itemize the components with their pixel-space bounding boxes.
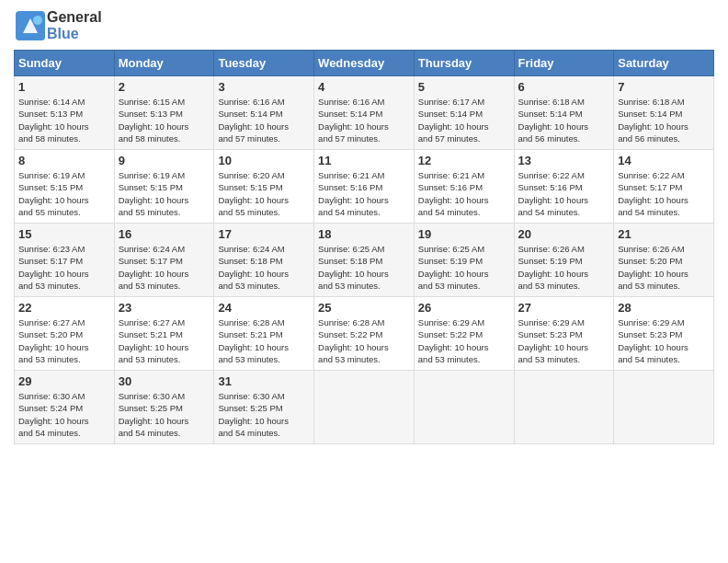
day-number: 14 bbox=[618, 154, 710, 167]
day-cell: 3Sunrise: 6:16 AM Sunset: 5:14 PM Daylig… bbox=[214, 76, 314, 150]
day-info: Sunrise: 6:22 AM Sunset: 5:16 PM Dayligh… bbox=[518, 169, 610, 218]
day-info: Sunrise: 6:17 AM Sunset: 5:14 PM Dayligh… bbox=[418, 96, 510, 144]
day-cell: 28Sunrise: 6:29 AM Sunset: 5:23 PM Dayli… bbox=[614, 297, 714, 371]
day-cell: 29Sunrise: 6:30 AM Sunset: 5:24 PM Dayli… bbox=[15, 371, 115, 444]
day-number: 4 bbox=[318, 80, 410, 94]
day-info: Sunrise: 6:18 AM Sunset: 5:14 PM Dayligh… bbox=[618, 96, 710, 144]
day-info: Sunrise: 6:29 AM Sunset: 5:22 PM Dayligh… bbox=[418, 316, 510, 365]
day-cell bbox=[614, 371, 714, 444]
day-info: Sunrise: 6:19 AM Sunset: 5:15 PM Dayligh… bbox=[18, 169, 110, 218]
day-info: Sunrise: 6:25 AM Sunset: 5:19 PM Dayligh… bbox=[418, 243, 510, 292]
day-info: Sunrise: 6:26 AM Sunset: 5:19 PM Dayligh… bbox=[518, 243, 610, 292]
day-info: Sunrise: 6:24 AM Sunset: 5:17 PM Dayligh… bbox=[119, 243, 210, 292]
day-number: 18 bbox=[318, 227, 410, 241]
header: General Blue bbox=[14, 9, 714, 42]
day-cell: 7Sunrise: 6:18 AM Sunset: 5:14 PM Daylig… bbox=[614, 76, 714, 150]
day-number: 19 bbox=[418, 227, 510, 241]
day-cell: 6Sunrise: 6:18 AM Sunset: 5:14 PM Daylig… bbox=[514, 76, 614, 150]
day-info: Sunrise: 6:24 AM Sunset: 5:18 PM Dayligh… bbox=[218, 243, 310, 292]
day-info: Sunrise: 6:30 AM Sunset: 5:25 PM Dayligh… bbox=[218, 390, 310, 439]
day-cell: 19Sunrise: 6:25 AM Sunset: 5:19 PM Dayli… bbox=[414, 224, 514, 297]
day-info: Sunrise: 6:27 AM Sunset: 5:20 PM Dayligh… bbox=[18, 316, 110, 365]
header-cell-sunday: Sunday bbox=[15, 51, 115, 76]
day-info: Sunrise: 6:25 AM Sunset: 5:18 PM Dayligh… bbox=[318, 243, 410, 292]
day-cell: 26Sunrise: 6:29 AM Sunset: 5:22 PM Dayli… bbox=[414, 297, 514, 371]
day-cell: 25Sunrise: 6:28 AM Sunset: 5:22 PM Dayli… bbox=[314, 297, 415, 371]
day-cell: 22Sunrise: 6:27 AM Sunset: 5:20 PM Dayli… bbox=[15, 297, 115, 371]
day-info: Sunrise: 6:27 AM Sunset: 5:21 PM Dayligh… bbox=[119, 316, 210, 365]
header-cell-thursday: Thursday bbox=[414, 51, 514, 76]
day-cell: 24Sunrise: 6:28 AM Sunset: 5:21 PM Dayli… bbox=[214, 297, 314, 371]
day-number: 29 bbox=[18, 374, 110, 388]
day-number: 12 bbox=[418, 154, 510, 167]
header-cell-friday: Friday bbox=[514, 51, 614, 76]
day-cell bbox=[414, 371, 514, 444]
page-container: General Blue SundayMondayTuesdayWednesda… bbox=[0, 0, 728, 454]
week-row-5: 29Sunrise: 6:30 AM Sunset: 5:24 PM Dayli… bbox=[15, 371, 714, 444]
week-row-3: 15Sunrise: 6:23 AM Sunset: 5:17 PM Dayli… bbox=[15, 224, 714, 297]
day-number: 24 bbox=[218, 301, 310, 315]
day-number: 10 bbox=[218, 154, 310, 167]
day-number: 13 bbox=[518, 154, 610, 167]
header-cell-saturday: Saturday bbox=[614, 51, 714, 76]
day-cell: 4Sunrise: 6:16 AM Sunset: 5:14 PM Daylig… bbox=[314, 76, 415, 150]
day-cell: 27Sunrise: 6:29 AM Sunset: 5:23 PM Dayli… bbox=[514, 297, 614, 371]
day-info: Sunrise: 6:20 AM Sunset: 5:15 PM Dayligh… bbox=[218, 169, 310, 218]
day-number: 30 bbox=[119, 374, 210, 388]
logo-text: General Blue bbox=[47, 9, 102, 42]
week-row-4: 22Sunrise: 6:27 AM Sunset: 5:20 PM Dayli… bbox=[15, 297, 714, 371]
day-cell: 21Sunrise: 6:26 AM Sunset: 5:20 PM Dayli… bbox=[614, 224, 714, 297]
day-number: 3 bbox=[218, 80, 310, 94]
day-number: 2 bbox=[119, 80, 210, 94]
day-number: 17 bbox=[218, 227, 310, 241]
day-info: Sunrise: 6:22 AM Sunset: 5:17 PM Dayligh… bbox=[618, 169, 710, 218]
logo-icon bbox=[14, 9, 47, 42]
header-row: SundayMondayTuesdayWednesdayThursdayFrid… bbox=[15, 51, 714, 76]
day-cell: 16Sunrise: 6:24 AM Sunset: 5:17 PM Dayli… bbox=[114, 224, 214, 297]
day-number: 15 bbox=[18, 227, 110, 241]
day-cell: 18Sunrise: 6:25 AM Sunset: 5:18 PM Dayli… bbox=[314, 224, 415, 297]
day-cell: 20Sunrise: 6:26 AM Sunset: 5:19 PM Dayli… bbox=[514, 224, 614, 297]
calendar-table: SundayMondayTuesdayWednesdayThursdayFrid… bbox=[14, 50, 714, 444]
header-cell-wednesday: Wednesday bbox=[314, 51, 415, 76]
day-cell: 15Sunrise: 6:23 AM Sunset: 5:17 PM Dayli… bbox=[15, 224, 115, 297]
day-info: Sunrise: 6:14 AM Sunset: 5:13 PM Dayligh… bbox=[18, 96, 110, 144]
week-row-1: 1Sunrise: 6:14 AM Sunset: 5:13 PM Daylig… bbox=[15, 76, 714, 150]
day-number: 20 bbox=[518, 227, 610, 241]
day-number: 23 bbox=[119, 301, 210, 315]
day-info: Sunrise: 6:28 AM Sunset: 5:21 PM Dayligh… bbox=[218, 316, 310, 365]
day-cell: 12Sunrise: 6:21 AM Sunset: 5:16 PM Dayli… bbox=[414, 150, 514, 224]
day-number: 21 bbox=[618, 227, 710, 241]
day-number: 7 bbox=[618, 80, 710, 94]
header-cell-tuesday: Tuesday bbox=[214, 51, 314, 76]
day-cell: 17Sunrise: 6:24 AM Sunset: 5:18 PM Dayli… bbox=[214, 224, 314, 297]
day-cell: 8Sunrise: 6:19 AM Sunset: 5:15 PM Daylig… bbox=[15, 150, 115, 224]
day-cell: 11Sunrise: 6:21 AM Sunset: 5:16 PM Dayli… bbox=[314, 150, 415, 224]
day-cell: 5Sunrise: 6:17 AM Sunset: 5:14 PM Daylig… bbox=[414, 76, 514, 150]
day-cell: 2Sunrise: 6:15 AM Sunset: 5:13 PM Daylig… bbox=[114, 76, 214, 150]
day-info: Sunrise: 6:16 AM Sunset: 5:14 PM Dayligh… bbox=[218, 96, 310, 144]
day-number: 26 bbox=[418, 301, 510, 315]
day-number: 22 bbox=[18, 301, 110, 315]
day-cell bbox=[514, 371, 614, 444]
day-number: 1 bbox=[18, 80, 110, 94]
day-cell: 30Sunrise: 6:30 AM Sunset: 5:25 PM Dayli… bbox=[114, 371, 214, 444]
day-number: 8 bbox=[18, 154, 110, 167]
day-info: Sunrise: 6:18 AM Sunset: 5:14 PM Dayligh… bbox=[518, 96, 610, 144]
day-number: 25 bbox=[318, 301, 410, 315]
day-info: Sunrise: 6:23 AM Sunset: 5:17 PM Dayligh… bbox=[18, 243, 110, 292]
day-info: Sunrise: 6:19 AM Sunset: 5:15 PM Dayligh… bbox=[119, 169, 210, 218]
day-number: 16 bbox=[119, 227, 210, 241]
day-number: 31 bbox=[218, 374, 310, 388]
day-number: 28 bbox=[618, 301, 710, 315]
logo: General Blue bbox=[14, 9, 102, 42]
day-info: Sunrise: 6:29 AM Sunset: 5:23 PM Dayligh… bbox=[518, 316, 610, 365]
day-cell: 1Sunrise: 6:14 AM Sunset: 5:13 PM Daylig… bbox=[15, 76, 115, 150]
day-info: Sunrise: 6:16 AM Sunset: 5:14 PM Dayligh… bbox=[318, 96, 410, 144]
week-row-2: 8Sunrise: 6:19 AM Sunset: 5:15 PM Daylig… bbox=[15, 150, 714, 224]
day-info: Sunrise: 6:21 AM Sunset: 5:16 PM Dayligh… bbox=[318, 169, 410, 218]
day-number: 27 bbox=[518, 301, 610, 315]
day-cell: 13Sunrise: 6:22 AM Sunset: 5:16 PM Dayli… bbox=[514, 150, 614, 224]
day-cell: 10Sunrise: 6:20 AM Sunset: 5:15 PM Dayli… bbox=[214, 150, 314, 224]
day-cell: 31Sunrise: 6:30 AM Sunset: 5:25 PM Dayli… bbox=[214, 371, 314, 444]
